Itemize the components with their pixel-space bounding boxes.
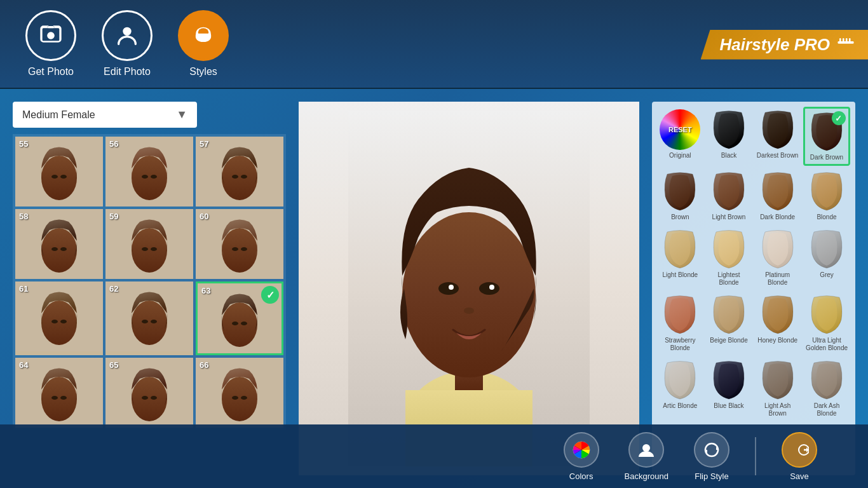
flip-style-button[interactable]: Flip Style (681, 426, 742, 487)
color-label-blonde: Blonde (817, 214, 836, 221)
svg-rect-6 (839, 38, 841, 42)
svg-point-31 (222, 228, 257, 273)
nav-item-edit-photo[interactable]: Edit Photo (102, 10, 153, 78)
color-item-blonde[interactable]: Blonde (803, 168, 850, 224)
svg-point-28 (142, 247, 148, 251)
nav-icon-styles (178, 10, 229, 61)
color-label-ultra-light-golden-blonde: Ultra Light Golden Blonde (804, 337, 849, 352)
background-button[interactable]: Background (612, 426, 681, 487)
color-label-artic-blonde: Artic Blonde (663, 402, 697, 410)
color-item-light-ash-brown[interactable]: Light Ash Brown (754, 357, 801, 420)
color-label-brown: Brown (671, 214, 689, 221)
svg-rect-7 (843, 38, 844, 42)
color-label-honey-blonde: Honey Blonde (757, 337, 797, 344)
dropdown-label: Medium Female (22, 109, 95, 121)
svg-point-23 (41, 228, 77, 273)
color-swatch-dark-ash-blonde (806, 360, 847, 400)
style-item-62[interactable]: 62 (105, 281, 193, 355)
style-num-55: 55 (19, 139, 28, 149)
color-label-light-ash-brown: Light Ash Brown (756, 402, 799, 417)
color-swatch-dark-brown (806, 111, 847, 152)
color-label-dark-brown: Dark Brown (810, 154, 843, 161)
color-item-ultra-light-golden-blonde[interactable]: Ultra Light Golden Blonde (803, 292, 850, 355)
style-num-61: 61 (19, 284, 28, 294)
color-item-artic-blonde[interactable]: Artic Blonde (657, 357, 703, 420)
color-item-dark-brown[interactable]: Dark Brown (803, 107, 850, 166)
color-item-lightest-blonde[interactable]: Lightest Blonde (706, 226, 752, 289)
save-icon-circle (782, 432, 817, 468)
style-num-65: 65 (109, 360, 118, 370)
color-label-darkest-brown: Darkest Brown (757, 152, 799, 159)
category-dropdown[interactable]: Medium Female ▼ (13, 102, 197, 128)
save-button[interactable]: Save (769, 426, 830, 487)
color-item-black[interactable]: Black (706, 107, 752, 166)
svg-point-15 (132, 156, 167, 200)
color-swatch-light-brown (709, 171, 749, 212)
color-swatch-honey-blonde (757, 294, 798, 335)
color-label-original: Original (669, 152, 691, 159)
svg-point-57 (241, 396, 247, 400)
color-swatch-brown (660, 171, 700, 212)
style-item-55[interactable]: 55 (15, 137, 103, 207)
style-item-60[interactable]: 60 (196, 209, 283, 279)
svg-point-51 (132, 377, 167, 421)
style-item-63[interactable]: 63 ✓ (196, 281, 283, 355)
color-label-beige-blonde: Beige Blonde (710, 337, 748, 344)
color-item-brown[interactable]: Brown (657, 168, 703, 224)
nav-item-get-photo[interactable]: Get Photo (25, 10, 76, 78)
colors-icon (572, 440, 591, 459)
style-item-65[interactable]: 65 (105, 358, 193, 428)
color-item-strawberry-blonde[interactable]: Strawberry Blonde (657, 292, 703, 355)
style-num-64: 64 (19, 360, 28, 370)
color-label-dark-blonde: Dark Blonde (760, 214, 795, 221)
color-label-light-brown: Light Brown (712, 214, 746, 221)
background-icon-circle (628, 432, 664, 468)
hair-icon (191, 23, 216, 48)
color-swatch-blonde (806, 171, 847, 212)
style-item-56[interactable]: 56 (105, 137, 193, 207)
color-label-platinum-blonde: Platinum Blonde (756, 271, 799, 287)
svg-point-56 (232, 396, 238, 400)
color-swatch-light-ash-brown (757, 360, 798, 400)
svg-point-35 (41, 301, 77, 345)
style-item-61[interactable]: 61 (15, 281, 103, 355)
color-item-dark-ash-blonde[interactable]: Dark Ash Blonde (803, 357, 850, 420)
svg-rect-9 (849, 38, 851, 42)
svg-point-49 (60, 396, 67, 400)
style-item-66[interactable]: 66 (196, 358, 283, 428)
color-item-platinum-blonde[interactable]: Platinum Blonde (754, 226, 801, 289)
nav-label-get-photo: Get Photo (28, 66, 74, 78)
logo-area: Hairstyle PRO (701, 0, 868, 89)
color-item-light-brown[interactable]: Light Brown (706, 168, 752, 224)
colors-button[interactable]: Colors (551, 426, 612, 487)
svg-point-40 (142, 320, 148, 323)
color-item-light-blonde[interactable]: Light Blonde (657, 226, 703, 289)
svg-point-17 (151, 175, 157, 179)
style-item-59[interactable]: 59 (105, 209, 193, 279)
bottom-toolbar: Colors Background Flip Style (0, 424, 868, 488)
style-item-57[interactable]: 57 (196, 137, 283, 207)
svg-point-48 (51, 396, 58, 400)
svg-point-0 (48, 32, 54, 39)
color-item-honey-blonde[interactable]: Honey Blonde (754, 292, 801, 355)
svg-rect-1 (48, 26, 54, 28)
style-item-64[interactable]: 64 (15, 358, 103, 428)
toolbar-divider (755, 437, 756, 475)
color-swatch-blue-black (709, 360, 749, 400)
svg-point-55 (222, 377, 257, 421)
color-item-darkest-brown[interactable]: Darkest Brown (754, 107, 801, 166)
color-item-blue-black[interactable]: Blue Black (706, 357, 752, 420)
style-item-58[interactable]: 58 (15, 209, 103, 279)
svg-point-70 (642, 444, 650, 452)
color-item-original[interactable]: RESET Original (657, 107, 703, 166)
nav-item-styles[interactable]: Styles (178, 10, 229, 78)
color-swatch-black (709, 109, 749, 150)
color-swatch-original: RESET (660, 109, 700, 150)
save-icon (790, 440, 809, 459)
color-item-dark-blonde[interactable]: Dark Blonde (754, 168, 801, 224)
color-item-grey[interactable]: Grey (803, 226, 850, 289)
svg-point-19 (222, 156, 257, 200)
svg-point-27 (132, 228, 167, 273)
svg-point-64 (479, 282, 499, 295)
color-item-beige-blonde[interactable]: Beige Blonde (706, 292, 752, 355)
